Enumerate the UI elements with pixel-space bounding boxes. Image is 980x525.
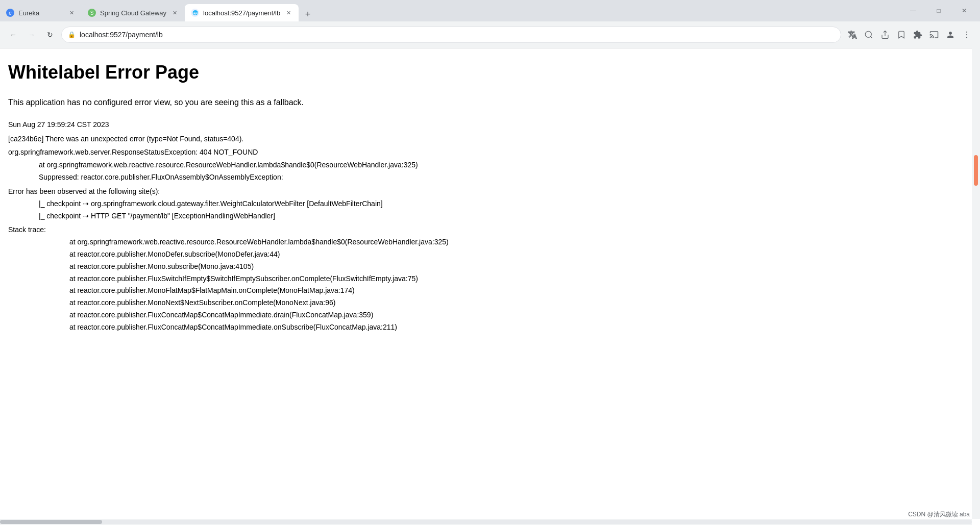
tab-favicon-local: 🌐 xyxy=(191,9,199,17)
url-text: localhost:9527/payment/lb xyxy=(80,31,835,39)
stack-line: at reactor.core.publisher.FluxConcatMap$… xyxy=(8,309,970,321)
lock-icon: 🔒 xyxy=(68,31,76,38)
exception-line: org.springframework.web.server.ResponseS… xyxy=(8,146,970,159)
address-bar: ← → ↻ 🔒 localhost:9527/payment/lb xyxy=(0,21,980,48)
toolbar-right xyxy=(845,28,974,42)
stack-lines: at org.springframework.web.reactive.reso… xyxy=(8,236,970,333)
extensions-icon[interactable] xyxy=(911,28,925,42)
stack-line: at reactor.core.publisher.MonoDefer.subs… xyxy=(8,248,970,261)
tab-close-local[interactable]: ✕ xyxy=(284,9,292,17)
minimize-button[interactable]: — xyxy=(901,0,925,21)
stack-line: at reactor.core.publisher.FluxConcatMap$… xyxy=(8,321,970,334)
url-bar[interactable]: 🔒 localhost:9527/payment/lb xyxy=(61,27,841,43)
window-controls: — □ ✕ xyxy=(901,0,976,21)
suppressed-line: Suppressed: reactor.core.publisher.FluxO… xyxy=(8,171,970,184)
stack-line: at reactor.core.publisher.MonoFlatMap$Fl… xyxy=(8,285,970,297)
tab-close-eureka[interactable]: ✕ xyxy=(67,9,76,17)
vertical-scrollbar[interactable] xyxy=(972,48,980,344)
tab-bar-right: — □ ✕ xyxy=(317,0,980,21)
tab-close-spring[interactable]: ✕ xyxy=(170,9,179,17)
error-timestamp: Sun Aug 27 19:59:24 CST 2023 xyxy=(8,119,970,131)
profile-icon[interactable] xyxy=(943,28,958,42)
close-button[interactable]: ✕ xyxy=(952,0,976,21)
tab-favicon-eureka: e xyxy=(6,9,14,17)
error-details: Sun Aug 27 19:59:24 CST 2023 [ca234b6e] … xyxy=(8,119,970,334)
error-description: This application has no configured error… xyxy=(8,96,970,109)
svg-point-3 xyxy=(966,37,967,38)
maximize-button[interactable]: □ xyxy=(927,0,950,21)
stack-line: at reactor.core.publisher.Mono.subscribe… xyxy=(8,261,970,273)
error-observed-header: Error has been observed at the following… xyxy=(8,186,970,198)
error-id-line: [ca234b6e] There was an unexpected error… xyxy=(8,133,970,145)
error-title: Whitelabel Error Page xyxy=(8,59,970,86)
tab-bar: e Eureka ✕ S Spring Cloud Gateway ✕ 🌐 lo… xyxy=(0,0,980,21)
tab-label-local: localhost:9527/payment/lb xyxy=(203,9,280,17)
stack-line: at org.springframework.web.reactive.reso… xyxy=(8,236,970,248)
tab-label-spring: Spring Cloud Gateway xyxy=(100,9,166,17)
scrollbar-thumb-vertical[interactable] xyxy=(974,155,978,186)
checkpoint-1: |_ checkpoint ⇢ org.springframework.clou… xyxy=(8,198,970,210)
svg-point-1 xyxy=(966,32,967,33)
stack-line: at reactor.core.publisher.MonoNext$NextS… xyxy=(8,297,970,309)
tab-spring-cloud-gateway[interactable]: S Spring Cloud Gateway ✕ xyxy=(82,4,185,21)
tab-label-eureka: Eureka xyxy=(18,9,63,17)
back-button[interactable]: ← xyxy=(6,28,20,42)
page-content: Whitelabel Error Page This application h… xyxy=(0,48,980,344)
forward-button[interactable]: → xyxy=(24,28,39,42)
stack-trace-header: Stack trace: xyxy=(8,224,970,236)
cast-icon[interactable] xyxy=(927,28,941,42)
new-tab-button[interactable]: + xyxy=(301,7,315,21)
stack-line: at reactor.core.publisher.FluxSwitchIfEm… xyxy=(8,273,970,285)
browser-chrome: e Eureka ✕ S Spring Cloud Gateway ✕ 🌐 lo… xyxy=(0,0,980,48)
zoom-icon[interactable] xyxy=(862,28,876,42)
at-line-1: at org.springframework.web.reactive.reso… xyxy=(8,159,970,171)
share-icon[interactable] xyxy=(878,28,892,42)
bookmark-icon[interactable] xyxy=(894,28,909,42)
translate-icon[interactable] xyxy=(845,28,860,42)
tab-eureka[interactable]: e Eureka ✕ xyxy=(0,4,82,21)
svg-point-2 xyxy=(966,34,967,35)
reload-button[interactable]: ↻ xyxy=(43,28,57,42)
tab-favicon-spring: S xyxy=(88,9,96,17)
menu-icon[interactable] xyxy=(960,28,974,42)
tab-local[interactable]: 🌐 localhost:9527/payment/lb ✕ xyxy=(185,4,299,21)
svg-point-0 xyxy=(865,31,871,37)
checkpoint-2: |_ checkpoint ⇢ HTTP GET "/payment/lb" [… xyxy=(8,210,970,222)
